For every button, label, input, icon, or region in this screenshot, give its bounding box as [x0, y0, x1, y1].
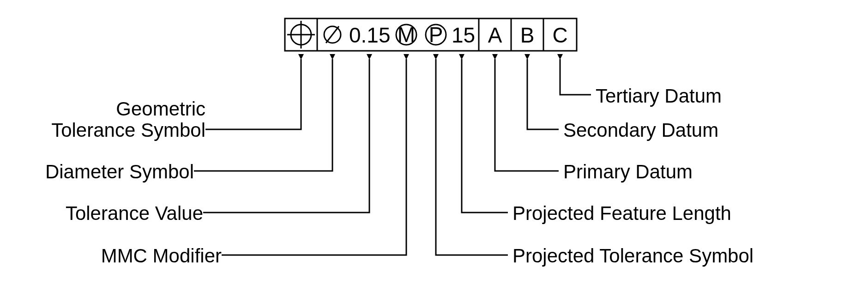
- label-tertiary-datum: Tertiary Datum: [596, 85, 722, 107]
- diameter-symbol-icon: [324, 26, 341, 43]
- projected-tolerance-icon: P: [426, 23, 446, 47]
- label-secondary-datum: Secondary Datum: [563, 119, 718, 141]
- label-projected-tolerance-symbol: Projected Tolerance Symbol: [512, 245, 753, 267]
- label-geometric-tolerance-symbol-2: Tolerance Symbol: [51, 119, 205, 141]
- tertiary-datum: C: [552, 23, 567, 47]
- leader-lines: [194, 59, 591, 255]
- svg-line-9: [326, 26, 339, 43]
- tolerance-value: 0.15: [349, 23, 391, 47]
- label-primary-datum: Primary Datum: [563, 161, 693, 182]
- label-projected-feature-length: Projected Feature Length: [512, 202, 731, 224]
- label-diameter-symbol: Diameter Symbol: [45, 161, 194, 182]
- projected-length: 15: [452, 23, 475, 47]
- label-geometric-tolerance-symbol-1: Geometric: [116, 98, 205, 120]
- svg-text:M: M: [398, 23, 415, 47]
- svg-text:P: P: [429, 23, 443, 47]
- mmc-modifier-icon: M: [396, 23, 416, 47]
- label-tolerance-value: Tolerance Value: [66, 202, 203, 224]
- label-mmc-modifier: MMC Modifier: [101, 245, 222, 267]
- position-symbol-icon: [287, 21, 315, 49]
- secondary-datum: B: [520, 23, 535, 47]
- primary-datum: A: [488, 23, 502, 47]
